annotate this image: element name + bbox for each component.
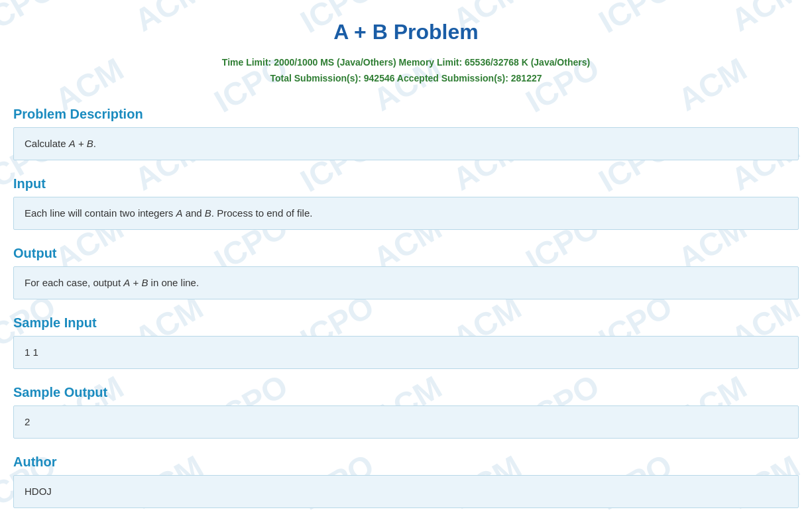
problem-description-text-italic: A <box>69 138 76 149</box>
author-box: HDOJ <box>13 475 799 508</box>
output-text-a: A <box>123 277 130 288</box>
problem-description-box: Calculate A + B. <box>13 127 799 160</box>
input-text-and: and <box>182 207 204 219</box>
meta-line-2: Total Submission(s): 942546 Accepted Sub… <box>13 71 799 87</box>
sample-output-heading: Sample Output <box>13 385 799 400</box>
problem-description-text-plus: + <box>76 138 87 149</box>
sample-input-box: 1 1 <box>13 336 799 369</box>
author-value: HDOJ <box>25 486 52 497</box>
page-title: A + B Problem <box>13 20 799 44</box>
output-text-suffix: in one line. <box>148 277 199 288</box>
problem-description-heading: Problem Description <box>13 107 799 122</box>
sample-output-box: 2 <box>13 405 799 439</box>
output-heading: Output <box>13 246 799 261</box>
meta-info: Time Limit: 2000/1000 MS (Java/Others) M… <box>13 55 799 87</box>
input-text-b: B <box>205 207 211 219</box>
problem-description-text-period: . <box>93 138 96 149</box>
problem-description-text-plain: Calculate <box>25 138 69 149</box>
sample-input-value: 1 1 <box>25 346 38 358</box>
sample-input-heading: Sample Input <box>13 315 799 331</box>
author-heading: Author <box>13 454 799 470</box>
input-text-suffix: . Process to end of file. <box>211 207 313 219</box>
input-text-a: A <box>176 207 182 219</box>
meta-line-1: Time Limit: 2000/1000 MS (Java/Others) M… <box>13 55 799 71</box>
output-text-plain: For each case, output <box>25 277 123 288</box>
problem-description-text-b: B <box>87 138 93 149</box>
input-text-plain1: Each line will contain two integers <box>25 207 176 219</box>
input-box: Each line will contain two integers A an… <box>13 197 799 230</box>
output-text-b: B <box>141 277 148 288</box>
output-box: For each case, output A + B in one line. <box>13 266 799 299</box>
sample-output-value: 2 <box>25 416 30 427</box>
input-heading: Input <box>13 176 799 191</box>
output-text-plus: + <box>130 277 141 288</box>
